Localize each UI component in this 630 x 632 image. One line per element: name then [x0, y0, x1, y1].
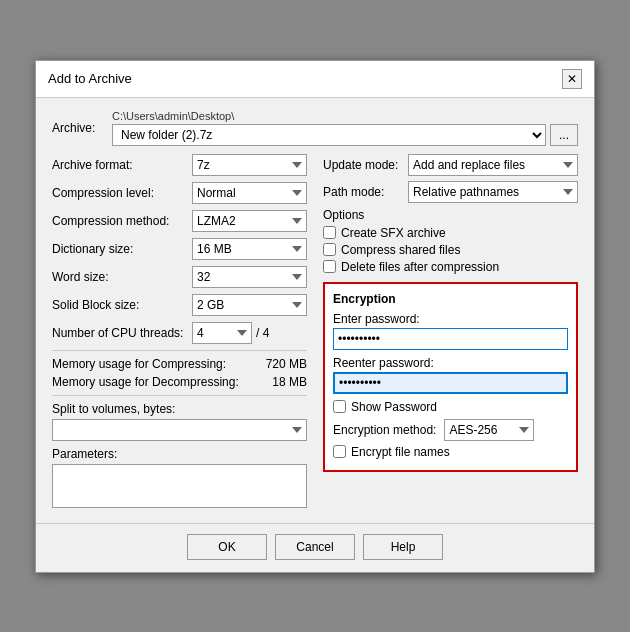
- compression-method-label: Compression method:: [52, 214, 192, 228]
- delete-after-checkbox[interactable]: [323, 260, 336, 273]
- compression-method-row: Compression method: LZMA2: [52, 210, 307, 232]
- show-password-label: Show Password: [351, 400, 437, 414]
- cpu-threads-combo[interactable]: 4: [192, 322, 252, 344]
- update-mode-combo[interactable]: Add and replace files: [408, 154, 578, 176]
- word-size-combo[interactable]: 32: [192, 266, 307, 288]
- ok-button[interactable]: OK: [187, 534, 267, 560]
- update-mode-label: Update mode:: [323, 158, 408, 172]
- archive-path-hint: C:\Users\admin\Desktop\: [112, 110, 578, 122]
- delete-after-label: Delete files after compression: [341, 260, 499, 274]
- word-size-row: Word size: 32: [52, 266, 307, 288]
- cpu-threads-row: Number of CPU threads: 4 / 4: [52, 322, 307, 344]
- memory-compress-value: 720 MB: [266, 357, 307, 371]
- cancel-button[interactable]: Cancel: [275, 534, 355, 560]
- memory-compress-label: Memory usage for Compressing:: [52, 357, 226, 371]
- compression-level-label: Compression level:: [52, 186, 192, 200]
- memory-decompress-value: 18 MB: [272, 375, 307, 389]
- encrypt-names-label: Encrypt file names: [351, 445, 450, 459]
- memory-decompress-label: Memory usage for Decompressing:: [52, 375, 239, 389]
- path-mode-label: Path mode:: [323, 185, 408, 199]
- options-group: Options Create SFX archive Compress shar…: [323, 208, 578, 274]
- dictionary-size-label: Dictionary size:: [52, 242, 192, 256]
- left-panel: Archive format: 7z Compression level: No…: [52, 154, 307, 511]
- delete-after-row: Delete files after compression: [323, 260, 578, 274]
- compress-shared-checkbox[interactable]: [323, 243, 336, 256]
- word-size-label: Word size:: [52, 270, 192, 284]
- params-label: Parameters:: [52, 447, 307, 461]
- encryption-title: Encryption: [333, 292, 568, 306]
- show-password-row: Show Password: [333, 400, 568, 414]
- dictionary-size-row: Dictionary size: 16 MB: [52, 238, 307, 260]
- cpu-threads-label: Number of CPU threads:: [52, 326, 192, 340]
- options-title: Options: [323, 208, 578, 222]
- compression-level-row: Compression level: Normal: [52, 182, 307, 204]
- compression-method-combo[interactable]: LZMA2: [192, 210, 307, 232]
- main-content: Archive format: 7z Compression level: No…: [52, 154, 578, 511]
- archive-format-combo[interactable]: 7z: [192, 154, 307, 176]
- solid-block-combo[interactable]: 2 GB: [192, 294, 307, 316]
- encrypt-names-row: Encrypt file names: [333, 445, 568, 459]
- browse-button[interactable]: ...: [550, 124, 578, 146]
- archive-path-section: C:\Users\admin\Desktop\ New folder (2).7…: [112, 110, 578, 146]
- encryption-method-row: Encryption method: AES-256: [333, 419, 568, 441]
- split-label: Split to volumes, bytes:: [52, 402, 307, 416]
- archive-label: Archive:: [52, 121, 112, 135]
- reenter-password-label: Reenter password:: [333, 356, 568, 370]
- right-panel: Update mode: Add and replace files Path …: [323, 154, 578, 511]
- solid-block-label: Solid Block size:: [52, 298, 192, 312]
- encryption-method-label: Encryption method:: [333, 423, 436, 437]
- enter-password-label: Enter password:: [333, 312, 568, 326]
- memory-compress-row: Memory usage for Compressing: 720 MB: [52, 357, 307, 371]
- archive-input-row: New folder (2).7z ...: [112, 124, 578, 146]
- dictionary-size-combo[interactable]: 16 MB: [192, 238, 307, 260]
- add-to-archive-dialog: Add to Archive ✕ Archive: C:\Users\admin…: [35, 60, 595, 573]
- dialog-footer: OK Cancel Help: [36, 523, 594, 572]
- title-bar: Add to Archive ✕: [36, 61, 594, 98]
- compression-level-combo[interactable]: Normal: [192, 182, 307, 204]
- cpu-threads-max: / 4: [256, 326, 269, 340]
- solid-block-row: Solid Block size: 2 GB: [52, 294, 307, 316]
- memory-decompress-row: Memory usage for Decompressing: 18 MB: [52, 375, 307, 389]
- sfx-label: Create SFX archive: [341, 226, 446, 240]
- path-mode-row: Path mode: Relative pathnames: [323, 181, 578, 203]
- reenter-password-input[interactable]: [333, 372, 568, 394]
- enter-password-input[interactable]: [333, 328, 568, 350]
- path-mode-combo[interactable]: Relative pathnames: [408, 181, 578, 203]
- params-input[interactable]: [52, 464, 307, 508]
- archive-format-label: Archive format:: [52, 158, 192, 172]
- close-button[interactable]: ✕: [562, 69, 582, 89]
- archive-row: Archive: C:\Users\admin\Desktop\ New fol…: [52, 110, 578, 146]
- encrypt-names-checkbox[interactable]: [333, 445, 346, 458]
- dialog-title: Add to Archive: [48, 71, 132, 86]
- help-button[interactable]: Help: [363, 534, 443, 560]
- compress-shared-row: Compress shared files: [323, 243, 578, 257]
- split-combo[interactable]: [52, 419, 307, 441]
- sfx-row: Create SFX archive: [323, 226, 578, 240]
- sfx-checkbox[interactable]: [323, 226, 336, 239]
- show-password-checkbox[interactable]: [333, 400, 346, 413]
- archive-format-row: Archive format: 7z: [52, 154, 307, 176]
- dialog-body: Archive: C:\Users\admin\Desktop\ New fol…: [36, 98, 594, 523]
- encryption-box: Encryption Enter password: Reenter passw…: [323, 282, 578, 472]
- encryption-method-combo[interactable]: AES-256: [444, 419, 534, 441]
- update-mode-row: Update mode: Add and replace files: [323, 154, 578, 176]
- compress-shared-label: Compress shared files: [341, 243, 460, 257]
- archive-filename-combo[interactable]: New folder (2).7z: [112, 124, 546, 146]
